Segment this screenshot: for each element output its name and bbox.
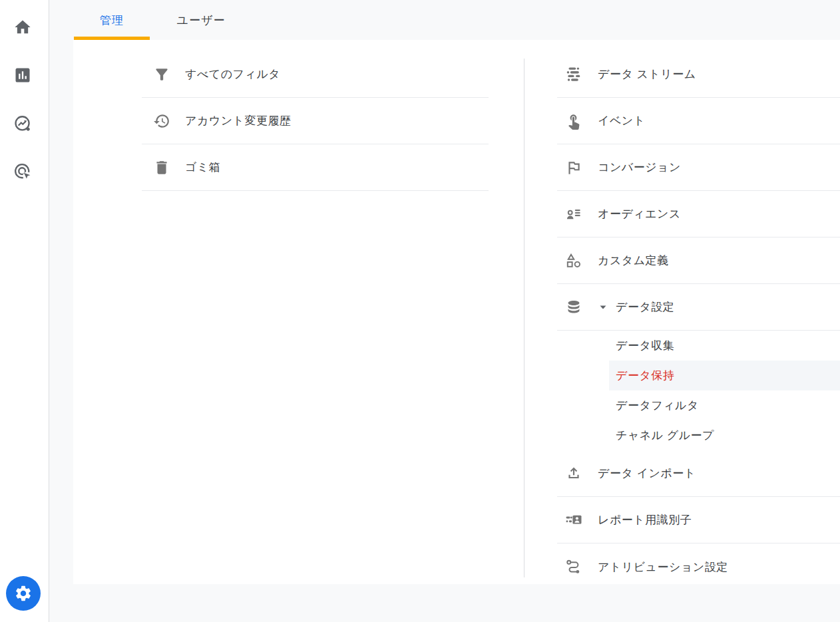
touch-event-icon — [565, 112, 582, 130]
list-item-custom-definitions[interactable]: カスタム定義 — [557, 237, 840, 284]
list-item-label: すべてのフィルタ — [185, 67, 280, 82]
list-item-all-filters[interactable]: すべてのフィルタ — [142, 51, 489, 98]
list-item-label: アトリビューション設定 — [598, 559, 728, 575]
bar-chart-reports-icon[interactable] — [13, 65, 33, 85]
list-item-data-import[interactable]: データ インポート — [557, 450, 840, 497]
subitem-data-filters[interactable]: データフィルタ — [557, 390, 840, 420]
list-item-label: レポート用識別子 — [598, 512, 692, 528]
arrow-down-icon[interactable] — [599, 303, 607, 311]
list-item-reporting-identity[interactable]: レポート用識別子 — [557, 497, 840, 544]
list-item-label: データ ストリーム — [598, 67, 696, 82]
list-item-trash[interactable]: ゴミ箱 — [142, 144, 489, 191]
history-icon — [153, 112, 170, 130]
trash-icon — [153, 159, 170, 176]
list-item-conversions[interactable]: コンバージョン — [557, 144, 840, 191]
subitem-label: データ保持 — [616, 368, 674, 383]
list-item-events[interactable]: イベント — [557, 98, 840, 144]
database-icon — [565, 299, 582, 316]
advertising-icon[interactable] — [13, 162, 33, 182]
flag-icon — [565, 159, 582, 176]
data-streams-icon — [565, 66, 582, 83]
list-item-label: オーディエンス — [598, 206, 681, 222]
subitem-data-collection[interactable]: データ収集 — [557, 331, 840, 361]
home-icon[interactable] — [13, 17, 33, 37]
account-column: すべてのフィルタ アカウント変更履歴 ゴミ箱 — [142, 51, 489, 191]
list-item-label: アカウント変更履歴 — [185, 113, 292, 128]
upload-icon — [565, 465, 582, 482]
explore-icon[interactable] — [13, 114, 33, 134]
tab-bar: 管理 ユーザー — [49, 0, 840, 40]
tab-user[interactable]: ユーザー — [163, 0, 239, 40]
badge-icon — [565, 512, 582, 529]
list-item-data-settings[interactable]: データ設定 — [557, 284, 840, 331]
filter-icon — [153, 66, 170, 83]
subitem-label: データ収集 — [616, 338, 674, 353]
subitem-label: チャネル グループ — [616, 428, 714, 443]
list-item-audiences[interactable]: オーディエンス — [557, 191, 840, 237]
list-item-label: カスタム定義 — [598, 253, 669, 268]
footer: ©2023 Google | アナリティクス ホーム | 利用規約 | プライバ… — [0, 584, 840, 622]
list-item-attribution-settings[interactable]: アトリビューション設定 — [557, 544, 840, 590]
subitem-label: データフィルタ — [616, 398, 699, 413]
column-divider — [524, 59, 525, 577]
list-item-label: データ設定 — [616, 299, 674, 315]
subitem-data-retention[interactable]: データ保持 — [557, 361, 840, 390]
list-item-change-history[interactable]: アカウント変更履歴 — [142, 98, 489, 144]
shapes-icon — [565, 252, 582, 269]
list-item-label: データ インポート — [598, 466, 696, 481]
app-sidebar — [0, 0, 49, 622]
route-icon — [565, 558, 582, 575]
data-settings-sublist: データ収集 データ保持 データフィルタ チャネル グループ — [557, 331, 840, 450]
audience-icon — [565, 206, 582, 223]
list-item-label: ゴミ箱 — [185, 160, 220, 175]
subitem-channel-groups[interactable]: チャネル グループ — [557, 420, 840, 450]
list-item-label: イベント — [598, 113, 646, 128]
tab-admin[interactable]: 管理 — [74, 0, 150, 40]
settings-button[interactable] — [6, 576, 41, 611]
list-item-label: コンバージョン — [598, 160, 681, 175]
property-column: データ ストリーム イベント コンバージョン オーディエンス — [557, 51, 840, 590]
list-item-data-streams[interactable]: データ ストリーム — [557, 51, 840, 98]
admin-panel: すべてのフィルタ アカウント変更履歴 ゴミ箱 — [73, 40, 840, 584]
gear-icon — [14, 584, 33, 603]
